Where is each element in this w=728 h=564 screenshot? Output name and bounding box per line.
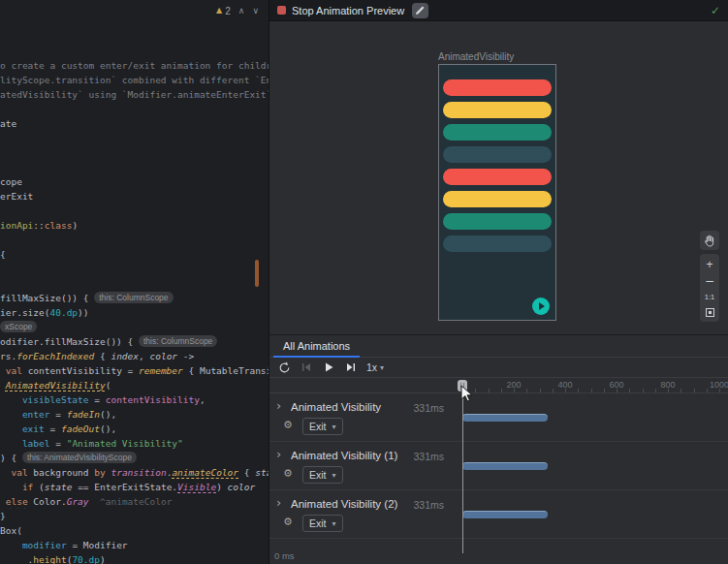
- code-token: color: [149, 351, 177, 361]
- code-token: Gray: [67, 496, 89, 507]
- code-lines: o create a custom enter/exit animation f…: [0, 58, 269, 564]
- animation-row: ›Animated Visibility (1)331ms⚙Exit▾: [269, 442, 728, 490]
- ruler-label: 600: [609, 380, 623, 390]
- code-token: =: [89, 394, 106, 405]
- code-token: Modifier: [83, 540, 128, 550]
- preview-color-bar: [443, 102, 552, 118]
- code-token: val: [6, 365, 22, 376]
- preview-bar-list: [443, 79, 552, 252]
- code-token: {: [0, 249, 6, 260]
- animation-preview-panel: Stop Animation Preview ✓ AnimatedVisibil…: [269, 0, 728, 564]
- code-line: fillMaxSize()) { this: ColumnScope: [0, 291, 269, 305]
- code-token: transition: [111, 467, 166, 478]
- current-time-label: 0 ms: [274, 550, 295, 561]
- loop-playback-button[interactable]: [277, 360, 291, 374]
- animation-title: Animated Visibility: [291, 401, 381, 413]
- editor-scrollbar-thumb[interactable]: [255, 260, 259, 287]
- zoom-in-button[interactable]: +: [706, 259, 712, 270]
- code-line: AnimatedVisibility(: [0, 378, 269, 392]
- code-line: ) { this: AnimatedVisibilityScope: [0, 451, 269, 465]
- chevron-down-icon: ▾: [332, 519, 336, 528]
- code-token: lityScope.transition` combined with diff…: [0, 75, 269, 85]
- ruler-tick: [643, 389, 644, 392]
- chevron-right-icon[interactable]: ›: [276, 496, 281, 509]
- animation-preview-header: Stop Animation Preview ✓: [269, 0, 728, 21]
- stop-animation-preview-button[interactable]: Stop Animation Preview: [277, 5, 404, 16]
- code-line: [0, 204, 269, 218]
- next-problem-icon[interactable]: ∨: [252, 6, 259, 16]
- code-token: ,: [200, 394, 206, 405]
- timeline-ruler[interactable]: 2004006008001000: [269, 378, 728, 393]
- stop-animation-preview-label: Stop Animation Preview: [292, 5, 404, 16]
- preview-color-bar: [443, 146, 552, 163]
- code-editor[interactable]: ▲ 2 ∧ ∨ o create a custom enter/exit ani…: [0, 0, 269, 564]
- ruler-tick: [591, 389, 592, 392]
- ruler-tick: [553, 389, 554, 392]
- pan-tool-button[interactable]: [700, 231, 719, 250]
- gear-icon[interactable]: ⚙: [283, 516, 293, 528]
- code-token: [0, 540, 22, 550]
- code-token: ): [72, 220, 78, 231]
- code-token: =: [45, 423, 61, 434]
- timeline-bar[interactable]: [462, 462, 548, 470]
- code-line: val contentVisibility = remember { Mutab…: [0, 363, 269, 378]
- code-line: val background by transition.animateColo…: [0, 465, 269, 480]
- inlay-hint-chip: this: AnimatedVisibilityScope: [22, 452, 137, 463]
- play-button[interactable]: [322, 360, 335, 374]
- code-token: [0, 423, 22, 434]
- code-token: visibleState: [22, 394, 89, 405]
- skip-to-start-icon: [301, 361, 312, 373]
- chevron-right-icon[interactable]: ›: [276, 448, 281, 460]
- code-token: animateColor: [172, 467, 238, 478]
- code-line: o create a custom enter/exit animation f…: [0, 58, 269, 73]
- code-line: lityScope.transition` combined with diff…: [0, 73, 269, 87]
- code-token: cope: [0, 176, 22, 187]
- code-token: state: [255, 467, 269, 478]
- chevron-right-icon[interactable]: ›: [276, 399, 281, 412]
- code-token: (),: [100, 409, 116, 420]
- ruler-tick: [707, 389, 708, 392]
- play-icon: [539, 302, 545, 310]
- animation-rows-viewport: ›Animated Visibility331ms⚙Exit▾›Animated…: [269, 393, 728, 547]
- zoom-actual-size-button[interactable]: 1:1: [705, 292, 714, 303]
- code-token: ): [100, 554, 106, 564]
- go-to-start-button[interactable]: [300, 360, 313, 374]
- zoom-to-fit-button[interactable]: [706, 308, 714, 317]
- code-token: (),: [100, 423, 116, 434]
- state-dropdown[interactable]: Exit▾: [302, 515, 343, 532]
- code-line: [0, 160, 269, 174]
- tab-all-animations[interactable]: All Animations: [273, 335, 360, 358]
- preview-up-to-date-check-icon: ✓: [711, 4, 720, 17]
- previous-problem-icon[interactable]: ∧: [238, 6, 245, 16]
- playback-speed-dropdown[interactable]: 1x ▾: [366, 361, 384, 373]
- animation-rows: ›Animated Visibility331ms⚙Exit▾›Animated…: [269, 393, 728, 547]
- ruler-tick: [475, 389, 476, 392]
- hand-icon: [704, 235, 715, 247]
- code-line: visibleState = contentVisibility,: [0, 392, 269, 407]
- code-token: label: [22, 438, 50, 449]
- go-to-end-button[interactable]: [344, 360, 358, 374]
- inspections-warning-widget[interactable]: ▲ 2: [216, 0, 231, 21]
- gear-icon[interactable]: ⚙: [283, 419, 293, 431]
- state-dropdown[interactable]: Exit▾: [302, 418, 343, 435]
- preview-color-bar: [443, 213, 552, 230]
- animations-timeline-panel: All Animations 1x ▾: [269, 334, 728, 564]
- code-token: "Animated Visibility": [67, 438, 183, 449]
- code-line: enter = fadeIn(),: [0, 407, 269, 422]
- code-token: .: [0, 554, 33, 564]
- preview-device-frame: [438, 64, 556, 321]
- zoom-out-button[interactable]: −: [705, 275, 714, 287]
- code-token: ,: [139, 351, 149, 361]
- state-dropdown[interactable]: Exit▾: [302, 466, 343, 484]
- gear-icon[interactable]: ⚙: [283, 467, 293, 480]
- timeline-bar[interactable]: [462, 511, 548, 518]
- code-token: [0, 482, 22, 492]
- preview-color-bar: [443, 124, 552, 141]
- edit-animation-button[interactable]: [412, 3, 428, 18]
- code-token: else: [6, 496, 28, 507]
- warning-count: 2: [225, 6, 231, 16]
- timeline-bar[interactable]: [462, 414, 548, 422]
- code-token: modifier: [22, 540, 67, 550]
- editor-inspections-widget: ▲ 2 ∧ ∨: [0, 0, 259, 21]
- preview-fab-button[interactable]: [532, 298, 550, 315]
